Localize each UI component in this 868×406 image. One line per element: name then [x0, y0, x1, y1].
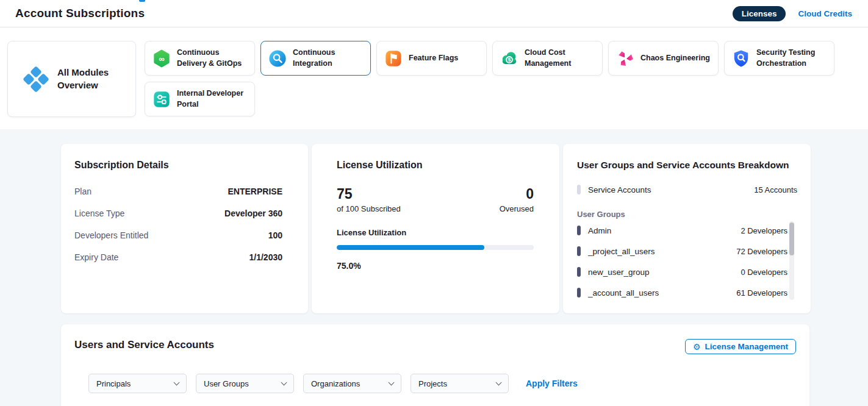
license-counts: 75 of 100 Subscribed 0 Overused — [337, 187, 534, 213]
user-group-name: _account_all_users — [588, 288, 659, 297]
user-group-tick-icon — [577, 288, 581, 297]
users-card-header: Users and Service Accounts ⚙ License Man… — [74, 339, 796, 354]
content-section: Subscription Details Plan ENTERPRISE Lic… — [0, 129, 868, 406]
user-group-value: 61 Developers — [736, 288, 787, 297]
user-group-value: 0 Developers — [741, 268, 787, 277]
user-groups-filter-label: User Groups — [204, 379, 249, 388]
svg-text:$: $ — [508, 57, 511, 63]
all-modules-label: All Modules Overview — [57, 66, 115, 91]
user-group-row: _account_all_users 61 Developers — [577, 282, 787, 303]
chaos-engineering-icon — [616, 49, 634, 68]
detail-label: License Type — [74, 208, 124, 218]
page-title: Account Subscriptions — [15, 7, 145, 20]
overused-caption: Overused — [500, 204, 534, 213]
groups-scrollbar-track[interactable] — [789, 221, 794, 300]
user-group-value: 72 Developers — [736, 247, 787, 256]
apply-filters-link[interactable]: Apply Filters — [526, 379, 578, 388]
organizations-filter-select[interactable]: Organizations — [303, 374, 401, 393]
user-group-row: new_user_group 0 Developers — [577, 262, 787, 282]
detail-value: Developer 360 — [224, 208, 282, 218]
detail-value: 1/1/2030 — [249, 252, 283, 262]
subscription-details-title: Subscription Details — [74, 160, 282, 171]
module-card-ce[interactable]: Chaos Engineering — [608, 41, 719, 76]
module-card-sto[interactable]: Security Testing Orchestration — [724, 41, 834, 76]
user-group-name: new_user_group — [588, 268, 650, 277]
module-card-ccm[interactable]: $ Cloud Cost Management — [492, 41, 603, 76]
module-selector-bar: All Modules Overview ∞ Continuous Delive… — [0, 27, 868, 129]
overused-count-block: 0 Overused — [500, 187, 534, 213]
ci-module-icon — [268, 49, 287, 68]
summary-cards-row: Subscription Details Plan ENTERPRISE Lic… — [61, 144, 868, 313]
detail-label: Developers Entitled — [74, 230, 148, 240]
chevron-down-icon — [389, 379, 395, 385]
used-count: 75 — [337, 187, 401, 202]
projects-filter-label: Projects — [418, 379, 447, 388]
gear-icon: ⚙ — [693, 343, 701, 351]
module-card-ff[interactable]: Feature Flags — [376, 41, 487, 76]
user-group-tick-icon — [577, 246, 581, 256]
detail-row-license-type: License Type Developer 360 — [74, 202, 282, 224]
chevron-down-icon — [496, 379, 502, 385]
service-accounts-label: Service Accounts — [588, 185, 651, 194]
module-label: Continuous Delivery & GitOps — [177, 48, 254, 69]
license-management-button[interactable]: ⚙ License Management — [685, 339, 796, 354]
user-group-tick-icon — [577, 267, 581, 277]
clipped-icon-fragment — [139, 0, 145, 2]
license-utilization-title: License Utilization — [337, 160, 534, 171]
user-group-tick-icon — [577, 226, 581, 235]
projects-filter-select[interactable]: Projects — [411, 374, 509, 393]
detail-label: Expiry Date — [74, 252, 118, 262]
internal-developer-portal-icon — [152, 90, 171, 109]
detail-label: Plan — [74, 187, 91, 196]
module-label: Cloud Cost Management — [525, 48, 602, 69]
user-group-name: _project_all_users — [588, 247, 655, 256]
users-card-title: Users and Service Accounts — [74, 339, 214, 351]
filters-row: Principals User Groups Organizations Pro… — [88, 374, 796, 393]
module-label: Security Testing Orchestration — [756, 48, 834, 69]
service-accounts-row: Service Accounts 15 Accounts — [577, 184, 797, 195]
chevron-down-icon — [174, 379, 180, 385]
breakdown-title: User Groups and Service Accounts Breakdo… — [577, 160, 797, 171]
tab-cloud-credits[interactable]: Cloud Credits — [798, 9, 852, 18]
service-accounts-tick-icon — [577, 185, 581, 194]
tab-licenses[interactable]: Licenses — [733, 6, 786, 21]
user-groups-list: Admin 2 Developers _project_all_users 72… — [577, 220, 797, 303]
used-caption: of 100 Subscribed — [337, 204, 401, 213]
detail-row-expiry-date: Expiry Date 1/1/2030 — [74, 246, 282, 268]
principals-filter-label: Principals — [96, 379, 131, 388]
users-service-accounts-card: Users and Service Accounts ⚙ License Man… — [61, 324, 809, 406]
breakdown-card: User Groups and Service Accounts Breakdo… — [563, 144, 811, 313]
groups-scrollbar-thumb[interactable] — [789, 223, 794, 255]
organizations-filter-label: Organizations — [311, 379, 360, 388]
module-card-ci[interactable]: Continuous Integration — [260, 41, 371, 76]
module-card-cd[interactable]: ∞ Continuous Delivery & GitOps — [145, 41, 255, 76]
detail-row-plan: Plan ENTERPRISE — [74, 180, 282, 202]
module-cards: ∞ Continuous Delivery & GitOps Continuou… — [145, 41, 861, 117]
svg-text:∞: ∞ — [159, 54, 164, 63]
utilization-progress-track — [337, 245, 534, 250]
principals-filter-select[interactable]: Principals — [88, 374, 187, 393]
module-label: Continuous Integration — [293, 48, 370, 69]
utilization-progress-fill — [337, 245, 484, 250]
user-group-name: Admin — [588, 226, 611, 235]
subscription-details-rows: Plan ENTERPRISE License Type Developer 3… — [74, 180, 282, 268]
user-groups-filter-select[interactable]: User Groups — [196, 374, 294, 393]
license-utilization-card: License Utilization 75 of 100 Subscribed… — [312, 144, 559, 313]
cloud-cost-icon: $ — [500, 49, 518, 68]
user-group-value: 2 Developers — [741, 226, 787, 235]
detail-value: 100 — [268, 230, 282, 240]
user-group-row: _project_all_users 72 Developers — [577, 241, 787, 262]
all-modules-overview-card[interactable]: All Modules Overview — [7, 41, 136, 117]
module-label: Chaos Engineering — [640, 53, 714, 64]
utilization-percent: 75.0% — [337, 261, 534, 271]
used-count-block: 75 of 100 Subscribed — [337, 187, 401, 213]
detail-row-developers-entitled: Developers Entitled 100 — [74, 224, 282, 246]
module-card-idp[interactable]: Internal Developer Portal — [145, 82, 255, 116]
detail-value: ENTERPRISE — [228, 187, 282, 196]
module-label: Internal Developer Portal — [177, 88, 254, 110]
user-groups-heading: User Groups — [577, 210, 797, 219]
header-nav: Licenses Cloud Credits — [733, 6, 852, 21]
chevron-down-icon — [281, 379, 287, 385]
all-modules-icon — [23, 66, 49, 93]
module-label: Feature Flags — [409, 53, 462, 64]
